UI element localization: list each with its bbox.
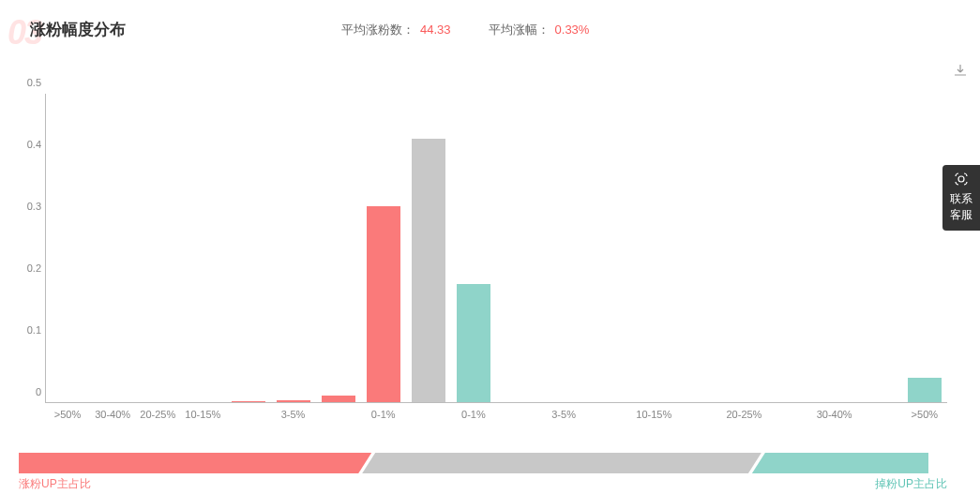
legend-seg-pink — [19, 453, 371, 473]
legend-seg-teal — [752, 453, 928, 473]
x-label: 3-5% — [541, 409, 586, 420]
legend-left-label: 涨粉UP主占比 — [19, 476, 91, 492]
y-tick: 0.5 — [27, 77, 41, 88]
bar-slot — [181, 94, 226, 402]
bar — [277, 400, 310, 402]
x-label: 10-15% — [631, 409, 676, 420]
bar-slot — [632, 94, 677, 402]
legend-seg-gray — [362, 453, 761, 473]
y-tick: 0.3 — [27, 201, 41, 212]
legend-right-label: 掉粉UP主占比 — [875, 476, 947, 492]
plot-area — [45, 94, 947, 403]
bar-slot — [857, 94, 902, 402]
x-label: 0-1% — [361, 409, 406, 420]
bar-slot — [902, 94, 947, 402]
bar-slot — [91, 94, 136, 402]
x-label — [586, 409, 631, 420]
bar — [457, 284, 490, 402]
x-label — [676, 409, 721, 420]
contact-label: 联系客服 — [950, 192, 972, 221]
x-label — [406, 409, 451, 420]
x-axis: >50%30-40%20-25%10-15%3-5%0-1%0-1%3-5%10… — [45, 409, 947, 420]
contact-support-button[interactable]: 联系客服 — [942, 165, 980, 231]
x-label: 20-25% — [721, 409, 766, 420]
bar-slot — [542, 94, 587, 402]
x-label — [316, 409, 361, 420]
x-label — [857, 409, 902, 420]
bar-slot — [406, 94, 451, 402]
x-label: 30-40% — [812, 409, 857, 420]
bar — [908, 378, 942, 402]
x-label: 0-1% — [451, 409, 496, 420]
bar-slot — [316, 94, 361, 402]
bar-slot — [722, 94, 767, 402]
bar — [232, 401, 265, 402]
stat-avg-count: 平均涨粉数：44.33 — [341, 22, 451, 38]
x-label — [225, 409, 270, 420]
legend-bar — [19, 453, 947, 473]
y-tick: 0 — [36, 386, 41, 397]
x-label — [767, 409, 812, 420]
bar-slot — [496, 94, 541, 402]
download-icon[interactable] — [950, 60, 971, 81]
stat-avg-pct: 平均涨幅：0.33% — [489, 22, 590, 38]
bar — [412, 139, 445, 402]
y-tick: 0.2 — [27, 262, 41, 274]
y-tick: 0.1 — [27, 324, 41, 336]
bars-container — [46, 94, 947, 402]
bar-slot — [767, 94, 812, 402]
bar-slot — [451, 94, 496, 402]
x-label: 30-40% — [90, 409, 135, 420]
x-label: 10-15% — [180, 409, 225, 420]
bar-slot — [46, 94, 91, 402]
bar — [367, 206, 400, 402]
stat1-value: 44.33 — [420, 22, 451, 37]
x-label: >50% — [45, 409, 90, 420]
svg-point-0 — [958, 176, 964, 182]
stat2-label: 平均涨幅： — [489, 22, 550, 37]
chart: 00.10.20.30.40.5 >50%30-40%20-25%10-15%3… — [19, 94, 947, 429]
bar-slot — [271, 94, 316, 402]
y-axis: 00.10.20.30.40.5 — [19, 94, 45, 403]
x-label: 20-25% — [135, 409, 180, 420]
x-label — [496, 409, 541, 420]
y-tick: 0.4 — [27, 139, 41, 150]
chart-title: 涨粉幅度分布 — [30, 19, 126, 40]
bar-slot — [677, 94, 722, 402]
bar-slot — [226, 94, 271, 402]
bar-slot — [361, 94, 406, 402]
bar-slot — [812, 94, 857, 402]
bar-slot — [587, 94, 632, 402]
stat1-label: 平均涨粉数： — [341, 22, 415, 37]
header: 涨粉幅度分布 平均涨粉数：44.33 平均涨幅：0.33% — [0, 0, 980, 50]
x-label: >50% — [902, 409, 947, 420]
bar-slot — [136, 94, 181, 402]
bar — [322, 396, 355, 402]
stat2-value: 0.33% — [555, 22, 590, 37]
x-label: 3-5% — [270, 409, 315, 420]
